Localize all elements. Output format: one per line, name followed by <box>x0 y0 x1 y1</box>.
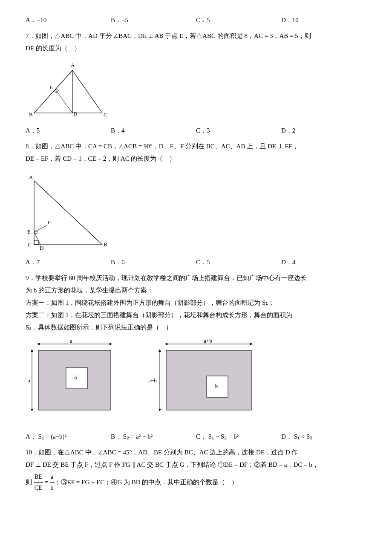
q7-text1: 7．如图，△ABC 中，AD 平分 ∠BAC，DE ⊥ AB 于点 E，若△AB… <box>26 30 366 42</box>
q7-diagram: A B C D E <box>26 58 366 121</box>
q7-options: A．5 B．4 C．3 D．2 <box>26 125 366 136</box>
q6-option-d: D．10 <box>281 14 366 26</box>
q7-option-d: D．2 <box>281 125 366 136</box>
q7-option-a: A．5 <box>26 125 111 136</box>
q8-option-a: A．7 <box>26 257 111 268</box>
q9-diagram2: a+b a−b b <box>141 338 260 427</box>
q10-text2: DF ⊥ DE 交 BE 于点 F，过点 F 作 FG ∥ AC 交 BC 于点… <box>26 459 366 471</box>
q6-option-c: C．5 <box>196 14 281 26</box>
svg-line-13 <box>34 181 102 245</box>
svg-rect-14 <box>34 240 38 245</box>
q9-diagrams: a a b <box>26 338 366 427</box>
q9-options: A． S₁ = (a−b)² B． S₂ = a² − b² C． S₁ − S… <box>26 431 366 442</box>
q7-option-b: B．4 <box>111 125 196 136</box>
q9-option-d: D． S₁ < S₂ <box>281 431 366 442</box>
svg-line-15 <box>34 232 40 245</box>
q6-option-b: B．−5 <box>111 14 196 26</box>
q8-text2: DE = EF．若 CD = 1，CE = 2，则 AC 的长度为（ ） <box>26 153 366 165</box>
q9-text2: 为 b 的正方形的花坛．某学生提出两个方案： <box>26 285 366 296</box>
q9-text5: S₂．具体数据如图所示．则下列说法正确的是（ ） <box>26 322 366 333</box>
q9-text4: 方案二：如图 2，在花坛的三面搭建舞台（阴影部分），花坛和舞台构成长方形，舞台的… <box>26 309 366 321</box>
svg-text:a−b: a−b <box>148 377 157 384</box>
svg-text:D: D <box>73 110 77 117</box>
q9-option-a: A． S₁ = (a−b)² <box>26 431 111 442</box>
svg-text:a+b: a+b <box>204 338 212 344</box>
svg-text:D: D <box>40 245 43 251</box>
q7-text2: DE 的长度为（ ） <box>26 43 366 54</box>
q9-option-c: C． S₁ − S₂ = b² <box>196 431 281 442</box>
question-9: 9．学校要举行 80 周年校庆活动，现计划在教学楼之间的广场上搭建舞台．已知广场… <box>26 272 366 442</box>
svg-text:a: a <box>28 377 30 384</box>
q8-diagram: A B C D E F <box>26 168 366 253</box>
question-7: 7．如图，△ABC 中，AD 平分 ∠BAC，DE ⊥ AB 于点 E，若△AB… <box>26 30 366 136</box>
q8-options: A．7 B．6 C．5 D．4 <box>26 257 366 268</box>
q8-option-d: D．4 <box>281 257 366 268</box>
svg-text:C: C <box>104 111 107 118</box>
q8-option-b: B．6 <box>111 257 196 268</box>
svg-text:b: b <box>215 383 218 389</box>
svg-text:A: A <box>29 174 33 180</box>
q9-text3: 方案一：如图 1，围绕花坛搭建外围为正方形的舞台（阴影部分），舞台的面积记为 S… <box>26 297 366 309</box>
svg-line-1 <box>72 70 102 113</box>
svg-text:b: b <box>75 374 78 381</box>
svg-text:E: E <box>49 84 53 90</box>
question-10: 10．如图，在△ABC 中，∠ABC = 45°，AD、BE 分别为 BC、AC… <box>26 447 366 494</box>
q8-text1: 8．如图，△ABC 中，CA = CB，∠ACB = 90°，D、E、F 分别在… <box>26 141 366 152</box>
svg-text:a: a <box>70 338 72 344</box>
svg-text:E: E <box>27 228 31 235</box>
svg-text:B: B <box>104 241 107 248</box>
svg-line-0 <box>34 70 72 113</box>
q6-option-a: A．−10 <box>26 14 111 26</box>
svg-text:F: F <box>48 219 51 225</box>
svg-text:C: C <box>28 241 32 248</box>
svg-line-4 <box>55 90 72 113</box>
q9-text1: 9．学校要举行 80 周年校庆活动，现计划在教学楼之间的广场上搭建舞台．已知广场… <box>26 272 366 284</box>
q10-text3: 则 BE CE = a b ；③EF = FG + EC；④G 为 BD 的中点… <box>26 471 366 494</box>
q10-text1: 10．如图，在△ABC 中，∠ABC = 45°，AD、BE 分别为 BC、AC… <box>26 447 366 458</box>
q9-option-b: B． S₂ = a² − b² <box>111 431 196 442</box>
q8-option-c: C．5 <box>196 257 281 268</box>
q7-option-c: C．3 <box>196 125 281 136</box>
svg-text:A: A <box>71 62 75 68</box>
question-8: 8．如图，△ABC 中，CA = CB，∠ACB = 90°，D、E、F 分别在… <box>26 141 366 268</box>
question-6-options: A．−10 B．−5 C．5 D．10 <box>26 14 366 26</box>
q9-diagram1: a a b <box>26 338 124 427</box>
svg-text:B: B <box>29 111 33 118</box>
